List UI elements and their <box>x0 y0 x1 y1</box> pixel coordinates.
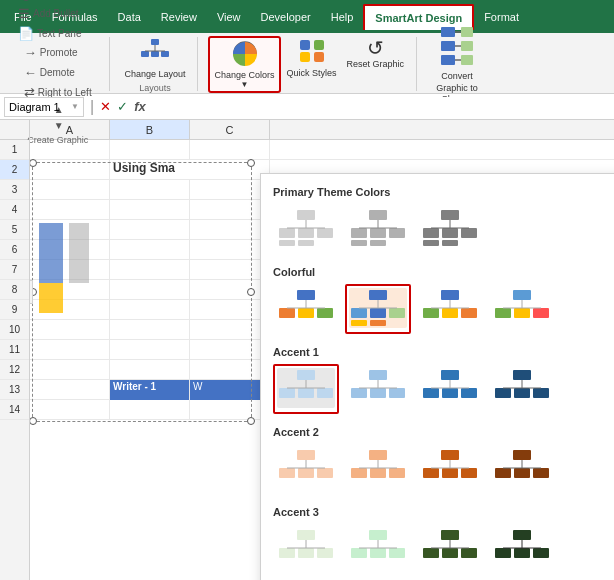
cell-a9[interactable] <box>30 300 110 320</box>
cell-a12[interactable] <box>30 360 110 380</box>
quick-styles-button[interactable]: Quick Styles <box>283 36 341 80</box>
change-colors-dropdown[interactable]: ▼ <box>241 80 249 89</box>
svg-rect-98 <box>298 468 314 478</box>
convert-button[interactable]: Convert <box>435 23 479 83</box>
accent2-grid <box>261 444 614 502</box>
colorful-item-1[interactable] <box>273 284 339 334</box>
cell-a7[interactable] <box>30 260 110 280</box>
cell-a2[interactable] <box>30 160 110 180</box>
cell-a8[interactable] <box>30 280 110 300</box>
cell-b4[interactable] <box>110 200 190 220</box>
formula-cancel-icon[interactable]: ✕ <box>100 99 111 114</box>
tab-help[interactable]: Help <box>321 5 364 29</box>
add-shape-button[interactable]: ➕ Add Shape ▼ <box>14 0 101 3</box>
accent1-item-2[interactable] <box>345 364 411 414</box>
accent2-item-4[interactable] <box>489 444 555 494</box>
cell-b8[interactable] <box>110 280 190 300</box>
row-num-5: 5 <box>0 220 29 240</box>
cell-b10[interactable] <box>110 320 190 340</box>
accent2-item-2[interactable] <box>345 444 411 494</box>
cell-b2[interactable]: Using Sma <box>110 160 270 180</box>
svg-rect-110 <box>442 468 458 478</box>
svg-rect-127 <box>351 548 367 558</box>
svg-rect-122 <box>298 548 314 558</box>
demote-button[interactable]: ← Demote <box>20 63 96 82</box>
tab-view[interactable]: View <box>207 5 251 29</box>
accent3-item-1[interactable] <box>273 524 339 574</box>
cell-c13[interactable]: W <box>190 380 270 400</box>
accent1-item-1[interactable] <box>273 364 339 414</box>
formula-input[interactable] <box>150 97 610 117</box>
cell-b14[interactable] <box>110 400 190 420</box>
accent3-item-3[interactable] <box>417 524 483 574</box>
colorful-item-2[interactable] <box>345 284 411 334</box>
reset-graphic-button[interactable]: ↺ Reset Graphic <box>343 36 409 71</box>
svg-rect-104 <box>370 468 386 478</box>
cell-b1[interactable] <box>110 140 190 160</box>
svg-rect-23 <box>317 228 333 238</box>
accent3-item-4[interactable] <box>489 524 555 574</box>
formula-function-icon[interactable]: fx <box>134 99 146 114</box>
svg-rect-29 <box>351 228 367 238</box>
svg-rect-87 <box>461 388 477 398</box>
svg-rect-59 <box>441 290 459 300</box>
accent2-item-3[interactable] <box>417 444 483 494</box>
text-pane-button[interactable]: 📄 Text Pane <box>14 24 101 43</box>
cell-b7[interactable] <box>110 260 190 280</box>
svg-rect-123 <box>317 548 333 558</box>
cell-a3[interactable] <box>30 180 110 200</box>
cell-a10[interactable] <box>30 320 110 340</box>
svg-rect-1 <box>141 51 149 57</box>
promote-button[interactable]: → Promote <box>20 43 96 62</box>
change-layout-icon <box>139 37 171 68</box>
add-bullet-button[interactable]: ☰ Add Bullet <box>14 4 101 23</box>
tab-review[interactable]: Review <box>151 5 207 29</box>
cell-b3[interactable] <box>110 180 190 200</box>
cell-a4[interactable] <box>30 200 110 220</box>
colorful-item-4[interactable] <box>489 284 555 334</box>
change-layout-button[interactable]: Change Layout <box>120 35 189 81</box>
tab-format[interactable]: Format <box>474 5 529 29</box>
cell-a13[interactable] <box>30 380 110 400</box>
cell-b9[interactable] <box>110 300 190 320</box>
cell-a14[interactable] <box>30 400 110 420</box>
svg-rect-99 <box>317 468 333 478</box>
svg-rect-35 <box>370 240 386 246</box>
accent1-title: Accent 1 <box>261 342 614 364</box>
cell-c3[interactable] <box>190 180 270 200</box>
name-box-dropdown[interactable]: ▼ <box>71 102 79 111</box>
tab-developer[interactable]: Developer <box>251 5 321 29</box>
svg-rect-90 <box>513 370 531 380</box>
colorful-grid <box>261 284 614 342</box>
cell-c1[interactable] <box>190 140 270 160</box>
primary-color-item-2[interactable] <box>345 204 411 254</box>
svg-rect-65 <box>513 290 531 300</box>
cell-a11[interactable] <box>30 340 110 360</box>
svg-rect-135 <box>461 548 477 558</box>
colorful-item-3[interactable] <box>417 284 483 334</box>
cell-b12[interactable] <box>110 360 190 380</box>
tab-data[interactable]: Data <box>108 5 151 29</box>
cell-a5[interactable] <box>30 220 110 240</box>
cell-b13[interactable]: Writer - 1 <box>110 380 190 400</box>
cell-b6[interactable] <box>110 240 190 260</box>
cell-a6[interactable] <box>30 240 110 260</box>
cell-b5[interactable] <box>110 220 190 240</box>
change-colors-button[interactable]: Change Colors ▼ <box>208 36 280 93</box>
accent1-item-3[interactable] <box>417 364 483 414</box>
svg-rect-132 <box>441 530 459 540</box>
cell-b11[interactable] <box>110 340 190 360</box>
svg-rect-78 <box>369 370 387 380</box>
svg-rect-9 <box>300 52 310 62</box>
svg-rect-10 <box>314 52 324 62</box>
accent1-item-4[interactable] <box>489 364 555 414</box>
accent2-item-1[interactable] <box>273 444 339 494</box>
cell-a1[interactable] <box>30 140 110 160</box>
formula-confirm-icon[interactable]: ✓ <box>117 99 128 114</box>
svg-rect-43 <box>442 240 458 246</box>
primary-color-item-3[interactable] <box>417 204 483 254</box>
accent3-item-2[interactable] <box>345 524 411 574</box>
primary-color-item-1[interactable] <box>273 204 339 254</box>
name-box[interactable]: Diagram 1 ▼ <box>4 97 84 117</box>
svg-rect-73 <box>279 388 295 398</box>
